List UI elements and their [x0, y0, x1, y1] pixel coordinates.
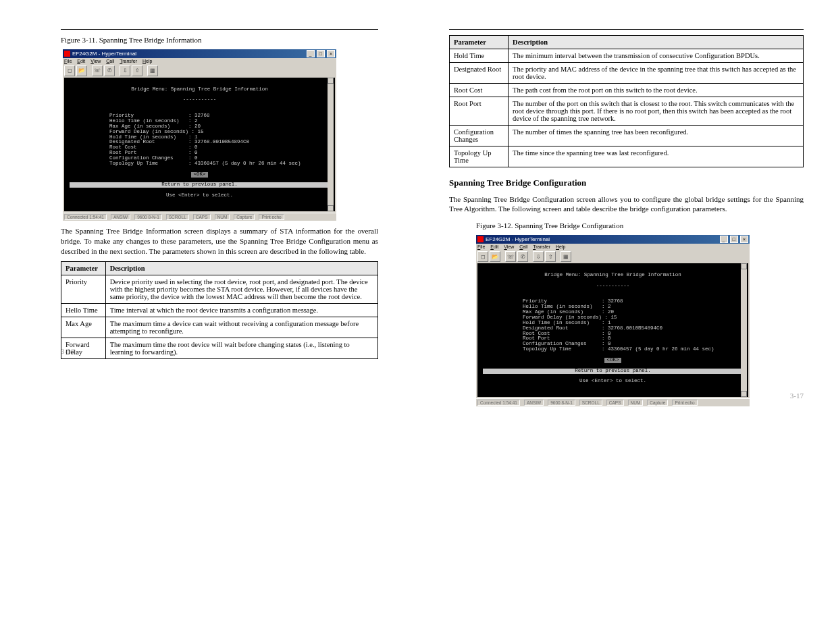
- param-table-left: Parameter Description Priority Device pr…: [61, 261, 378, 359]
- menu-view[interactable]: View: [90, 59, 101, 63]
- tool-props-icon[interactable]: ▦: [147, 65, 158, 76]
- table-row: Root Cost The path cost from the root po…: [450, 84, 804, 97]
- tool-bar: ◻ 📂 ☏ ✆ ⇩ ⇧ ▦: [476, 250, 750, 263]
- row-topo: Topology Up Time : 43360457 (5 day 0 hr …: [498, 346, 714, 352]
- scroll-up-icon[interactable]: ▴: [328, 78, 334, 84]
- scrollbar[interactable]: ▴▾: [328, 78, 334, 211]
- row-hello: Hello Time (in seconds) : 2: [85, 118, 198, 124]
- row-topo: Topology Up Time : 43360457 (5 day 0 hr …: [85, 161, 301, 166]
- menu-file[interactable]: File: [64, 59, 72, 63]
- screen-title: Bridge Menu: Spanning Tree Bridge Inform…: [67, 87, 332, 92]
- th-param: Parameter: [450, 36, 509, 49]
- figure-caption-r: Figure 3-12. Spanning Tree Bridge Config…: [476, 221, 804, 231]
- tool-recv-icon[interactable]: ⇧: [545, 251, 556, 262]
- status-6: Capture: [647, 400, 668, 406]
- figure-caption: Figure 3-11. Spanning Tree Bridge Inform…: [61, 35, 378, 45]
- table-row: Topology Up Time The time since the span…: [450, 146, 804, 167]
- hyperterminal-window: EF24G2M - HyperTerminal _ □ × File Edit …: [63, 49, 336, 221]
- table-row: Priority Device priority used in selecti…: [61, 275, 378, 304]
- header: [449, 27, 804, 30]
- menu-call[interactable]: Call: [106, 59, 114, 63]
- row-rootport: Root Port : 0: [498, 336, 611, 341]
- menu-help[interactable]: Help: [142, 59, 152, 63]
- th-param: Parameter: [61, 262, 106, 275]
- status-0: Connected 1:54:41: [477, 400, 520, 406]
- menu-bar: File Edit View Call Transfer Help: [63, 58, 336, 64]
- menu-edit[interactable]: Edit: [490, 244, 498, 249]
- menu-transfer[interactable]: Transfer: [120, 59, 137, 63]
- menu-help[interactable]: Help: [556, 244, 565, 249]
- menu-view[interactable]: View: [504, 244, 514, 249]
- row-cfgchg: Configuration Changes : 0: [498, 341, 611, 346]
- hyperterminal-window-2: EF24G2M - HyperTerminal _ □ × File Edit …: [476, 235, 750, 406]
- row-rootcost: Root Cost : 0: [498, 331, 611, 336]
- terminal-screen: Bridge Menu: Spanning Tree Bridge Inform…: [476, 263, 750, 398]
- status-2: 9600 8-N-1: [134, 214, 162, 220]
- tool-hangup-icon[interactable]: ✆: [517, 251, 528, 262]
- table-row: Configuration Changes The number of time…: [450, 126, 804, 146]
- ok-button[interactable]: <OK>: [604, 358, 621, 363]
- close-button[interactable]: ×: [327, 50, 335, 57]
- app-icon: [477, 236, 484, 242]
- window-title-bar: EF24G2M - HyperTerminal _ □ ×: [476, 235, 750, 244]
- tool-props-icon[interactable]: ▦: [561, 251, 571, 262]
- row-cfgchg: Configuration Changes : 0: [85, 155, 198, 161]
- enter-line: Use <Enter> to select.: [67, 193, 332, 198]
- param-table-right: Parameter Description Hold Time The mini…: [449, 35, 804, 167]
- screen-title: Bridge Menu: Spanning Tree Bridge Inform…: [480, 273, 746, 278]
- menu-edit[interactable]: Edit: [77, 59, 85, 63]
- tool-open-icon[interactable]: 📂: [490, 251, 500, 262]
- status-1: ANSIW: [111, 214, 130, 220]
- maximize-button[interactable]: □: [730, 236, 738, 243]
- tool-hangup-icon[interactable]: ✆: [104, 65, 115, 76]
- status-3: SCROLL: [579, 400, 602, 406]
- status-6: Capture: [234, 214, 255, 220]
- row-fwd: Forward Delay (in seconds) : 15: [85, 129, 204, 134]
- minimize-button[interactable]: _: [720, 236, 728, 243]
- table-row: Hold Time The minimum interval between t…: [450, 49, 804, 63]
- close-button[interactable]: ×: [740, 236, 748, 243]
- row-fwd: Forward Delay (in seconds) : 15: [498, 315, 617, 320]
- tool-bar: ◻ 📂 ☏ ✆ ⇩ ⇧ ▦: [63, 64, 336, 78]
- row-hold: Hold Time (in seconds) : 1: [85, 134, 198, 140]
- app-icon: [64, 51, 70, 57]
- tool-new-icon[interactable]: ◻: [477, 251, 488, 262]
- tool-recv-icon[interactable]: ⇧: [132, 65, 142, 76]
- window-title: EF24G2M - HyperTerminal: [72, 51, 136, 57]
- status-0: Connected 1:54:41: [64, 214, 107, 220]
- left-page: Figure 3-11. Spanning Tree Bridge Inform…: [61, 27, 378, 365]
- ok-button[interactable]: <OK>: [191, 172, 207, 178]
- scroll-down-icon[interactable]: ▾: [328, 205, 334, 211]
- scrollbar[interactable]: ▴▾: [741, 263, 747, 397]
- th-desc: Description: [105, 262, 377, 275]
- table-row: Designated Root The priority and MAC add…: [450, 63, 804, 84]
- row-maxage: Max Age (in seconds) : 20: [85, 124, 201, 129]
- tool-call-icon[interactable]: ☏: [505, 251, 516, 262]
- para-r1: The Spanning Tree Bridge Configuration s…: [449, 194, 804, 215]
- menu-transfer[interactable]: Transfer: [533, 244, 550, 249]
- tool-open-icon[interactable]: 📂: [76, 65, 87, 76]
- status-7: Print echo: [672, 400, 697, 406]
- scroll-up-icon[interactable]: ▴: [741, 263, 747, 269]
- menu-call[interactable]: Call: [519, 244, 527, 249]
- maximize-button[interactable]: □: [317, 50, 325, 57]
- page-number: 3-17: [449, 392, 804, 400]
- row-hold: Hold Time (in seconds) : 1: [498, 320, 611, 325]
- window-title-bar: EF24G2M - HyperTerminal _ □ ×: [63, 49, 336, 58]
- terminal-screen: Bridge Menu: Spanning Tree Bridge Inform…: [63, 78, 336, 213]
- tool-send-icon[interactable]: ⇩: [533, 251, 544, 262]
- tool-call-icon[interactable]: ☏: [92, 65, 103, 76]
- row-desroot: Designated Root : 32768.0010B54894C0: [85, 139, 249, 144]
- minimize-button[interactable]: _: [307, 50, 315, 57]
- tool-new-icon[interactable]: ◻: [64, 65, 75, 76]
- status-2: 9600 8-N-1: [548, 400, 575, 406]
- status-3: SCROLL: [166, 214, 189, 220]
- menu-file[interactable]: File: [477, 244, 485, 249]
- row-rootcost: Root Cost : 0: [85, 144, 198, 150]
- dashes: -----------: [480, 284, 746, 289]
- enter-line: Use <Enter> to select.: [480, 379, 746, 384]
- header: [61, 27, 378, 30]
- tool-send-icon[interactable]: ⇩: [120, 65, 130, 76]
- page-number: 3-16: [61, 347, 378, 355]
- window-title: EF24G2M - HyperTerminal: [486, 236, 550, 242]
